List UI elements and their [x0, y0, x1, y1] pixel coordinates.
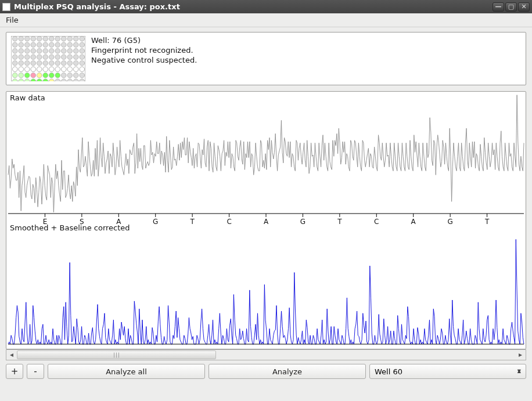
svg-point-78 — [43, 73, 48, 78]
analyze-all-button[interactable]: Analyze all — [48, 364, 205, 379]
svg-point-2 — [19, 36, 24, 41]
svg-point-80 — [55, 73, 60, 78]
svg-point-60 — [80, 60, 85, 66]
svg-point-25 — [12, 48, 17, 53]
svg-point-32 — [55, 48, 60, 53]
svg-point-21 — [61, 42, 66, 48]
svg-point-26 — [19, 48, 24, 53]
svg-text:G: G — [300, 218, 305, 226]
svg-point-5 — [37, 36, 42, 41]
minimize-button[interactable]: — — [493, 2, 504, 12]
svg-point-30 — [43, 48, 48, 53]
svg-point-8 — [55, 36, 60, 41]
close-button[interactable]: ✕ — [518, 2, 530, 12]
svg-text:T: T — [484, 218, 490, 226]
svg-point-36 — [80, 48, 85, 53]
svg-point-41 — [37, 55, 42, 60]
app-icon — [2, 3, 10, 11]
svg-point-84 — [80, 73, 85, 78]
svg-point-13 — [12, 42, 17, 48]
svg-point-54 — [43, 60, 48, 66]
svg-text:C: C — [374, 218, 379, 226]
svg-point-15 — [24, 42, 30, 48]
bottom-toolbar: + - Analyze all Analyze Well 60 ▲▼ — [6, 364, 526, 379]
svg-point-29 — [37, 48, 42, 53]
zoom-in-button[interactable]: + — [6, 364, 23, 379]
menubar: File — [0, 13, 532, 27]
svg-point-4 — [31, 36, 36, 41]
svg-point-52 — [31, 60, 36, 66]
svg-point-7 — [49, 36, 54, 41]
svg-point-51 — [24, 60, 30, 66]
svg-point-69 — [61, 67, 66, 72]
svg-point-65 — [37, 67, 42, 72]
chart-h-scrollbar[interactable]: ◂ ▸ — [6, 349, 526, 360]
svg-point-24 — [80, 42, 85, 48]
maximize-button[interactable]: ▢ — [505, 2, 517, 12]
svg-point-14 — [19, 42, 24, 48]
svg-point-1 — [12, 36, 17, 41]
info-line-note: Negative control suspected. — [91, 56, 197, 66]
svg-point-38 — [19, 55, 24, 60]
svg-point-40 — [31, 55, 36, 60]
chart-panel: Raw data Smoothed + Baseline corrected E… — [6, 91, 526, 349]
scroll-left-icon[interactable]: ◂ — [6, 350, 17, 360]
svg-point-12 — [80, 36, 85, 41]
svg-point-27 — [24, 48, 30, 53]
info-line-well: Well: 76 (G5) — [91, 36, 197, 46]
svg-point-23 — [73, 42, 78, 48]
svg-point-42 — [43, 55, 48, 60]
svg-point-17 — [37, 42, 42, 48]
svg-point-47 — [73, 55, 78, 60]
svg-point-66 — [43, 67, 48, 72]
svg-point-75 — [24, 73, 30, 78]
svg-point-70 — [67, 67, 73, 72]
zoom-out-button[interactable]: - — [27, 364, 44, 379]
svg-point-68 — [55, 67, 60, 72]
svg-point-81 — [61, 73, 66, 78]
svg-point-49 — [12, 60, 17, 66]
svg-point-48 — [80, 55, 85, 60]
svg-point-44 — [55, 55, 60, 60]
svg-point-53 — [37, 60, 42, 66]
well-select[interactable]: Well 60 ▲▼ — [369, 364, 526, 379]
svg-point-34 — [67, 48, 73, 53]
svg-point-43 — [49, 55, 54, 60]
info-line-status: Fingerprint not recognized. — [91, 46, 197, 56]
svg-text:A: A — [411, 218, 416, 226]
svg-text:T: T — [337, 218, 342, 226]
svg-point-28 — [31, 48, 36, 53]
well-select-value: Well 60 — [375, 367, 402, 376]
well-plate[interactable] — [11, 36, 85, 81]
svg-point-83 — [73, 73, 78, 78]
window-titlebar: Multiplex PSQ analysis - Assay: pox.txt … — [0, 0, 532, 13]
menu-item-file[interactable]: File — [3, 14, 22, 26]
svg-point-71 — [73, 67, 78, 72]
svg-point-58 — [67, 60, 73, 66]
svg-point-19 — [49, 42, 54, 48]
svg-point-18 — [43, 42, 48, 48]
svg-point-55 — [49, 60, 54, 66]
svg-point-46 — [67, 55, 73, 60]
svg-point-33 — [61, 48, 66, 53]
svg-point-9 — [61, 36, 66, 41]
well-info-panel: Well: 76 (G5) Fingerprint not recognized… — [6, 32, 526, 85]
chart-canvas[interactable]: ESAGTCAGTCAGT — [6, 92, 526, 349]
svg-point-3 — [24, 36, 30, 41]
chart-title-smoothed: Smoothed + Baseline corrected — [10, 223, 130, 232]
analyze-button[interactable]: Analyze — [209, 364, 366, 379]
svg-point-57 — [61, 60, 66, 66]
svg-point-63 — [24, 67, 30, 72]
svg-point-10 — [67, 36, 73, 41]
svg-point-62 — [19, 67, 24, 72]
svg-point-76 — [31, 73, 36, 78]
svg-point-64 — [31, 67, 36, 72]
svg-text:C: C — [227, 218, 231, 226]
svg-point-59 — [73, 60, 78, 66]
svg-text:G: G — [153, 218, 158, 226]
scroll-right-icon[interactable]: ▸ — [515, 350, 526, 360]
svg-point-72 — [80, 67, 85, 72]
chart-title-raw: Raw data — [10, 93, 45, 102]
svg-point-22 — [67, 42, 73, 48]
svg-point-37 — [12, 55, 17, 60]
